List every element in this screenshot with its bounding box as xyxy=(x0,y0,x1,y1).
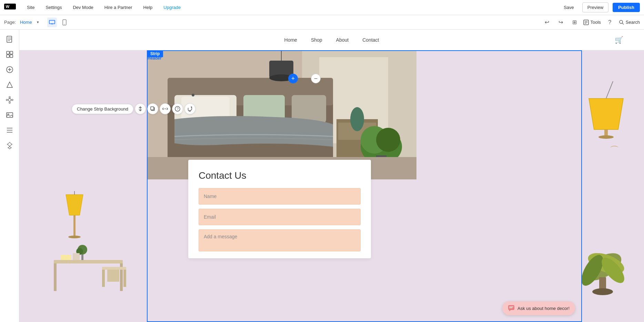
email-field[interactable]: Email xyxy=(199,209,361,225)
help-icon-btn[interactable]: ? xyxy=(605,18,615,27)
left-sidebar xyxy=(0,30,19,322)
cart-icon[interactable]: 🛒 xyxy=(615,36,623,44)
nav-contact[interactable]: Contact xyxy=(362,37,379,43)
search-button[interactable]: Search xyxy=(619,20,640,25)
svg-rect-20 xyxy=(10,55,13,58)
view-icons xyxy=(47,18,69,27)
svg-rect-47 xyxy=(123,270,126,287)
svg-rect-18 xyxy=(10,51,13,54)
sidebar-add-icon[interactable] xyxy=(3,63,17,76)
nav-devmode[interactable]: Dev Mode xyxy=(70,3,96,11)
remove-element-button[interactable]: − xyxy=(311,74,321,83)
publish-button[interactable]: Publish xyxy=(613,3,640,12)
svg-text:⌒: ⌒ xyxy=(610,145,619,156)
svg-point-11 xyxy=(620,20,623,23)
strip-arrange-icon[interactable] xyxy=(135,103,146,114)
sidebar-design-icon[interactable] xyxy=(3,78,17,92)
svg-point-24 xyxy=(8,98,11,101)
strip-help-icon[interactable]: ? xyxy=(172,103,183,114)
canvas-area: Home Shop About Contact 🛒 Strip Header +… xyxy=(19,30,644,322)
message-placeholder: Add a message xyxy=(204,234,237,239)
contact-form-title: Contact Us xyxy=(199,170,361,181)
save-button[interactable]: Save xyxy=(560,3,578,12)
svg-text:W: W xyxy=(6,4,10,9)
undo-button[interactable]: ↩ xyxy=(542,18,552,27)
nav-shop[interactable]: Shop xyxy=(311,37,322,43)
email-placeholder: Email xyxy=(204,214,216,220)
dashed-line-left xyxy=(147,50,148,322)
sidebar-apps-icon[interactable] xyxy=(3,93,17,107)
page-name-link[interactable]: Home xyxy=(20,20,32,25)
sidebar-menus-icon[interactable] xyxy=(3,123,17,137)
svg-point-57 xyxy=(598,135,614,139)
right-decorations: ⌒ xyxy=(544,71,641,322)
desk-left-icon xyxy=(47,232,143,301)
strip-link-icon[interactable] xyxy=(160,103,171,114)
svg-rect-19 xyxy=(7,55,9,58)
nav-help[interactable]: Help xyxy=(141,3,155,11)
lamp-right-icon: ⌒ xyxy=(578,81,641,167)
desktop-view-icon[interactable] xyxy=(47,18,57,27)
page-label: Page: xyxy=(4,20,16,25)
svg-rect-52 xyxy=(61,255,71,260)
nav-partner[interactable]: Hire a Partner xyxy=(102,3,135,11)
mobile-view-icon[interactable] xyxy=(60,18,69,27)
layout-button[interactable]: ⊞ xyxy=(570,18,579,27)
page-dropdown-icon[interactable]: ▾ xyxy=(37,20,39,24)
sidebar-media-icon[interactable] xyxy=(3,108,17,122)
nav-upgrade[interactable]: Upgrade xyxy=(161,3,183,11)
redo-button[interactable]: ↪ xyxy=(556,18,565,27)
tools-label: Tools xyxy=(590,20,601,25)
svg-rect-2 xyxy=(49,20,55,24)
svg-line-54 xyxy=(606,81,613,98)
contact-form: Contact Us Name Email Add a message xyxy=(188,160,371,258)
site-navigation: Home Shop About Contact 🛒 xyxy=(19,30,644,50)
strip-rotate-icon[interactable] xyxy=(184,103,195,114)
strip-toolbar: Change Strip Background ? xyxy=(72,103,195,114)
top-bar-right: Save Preview Publish xyxy=(560,2,640,12)
svg-rect-53 xyxy=(73,253,80,260)
preview-button[interactable]: Preview xyxy=(582,2,608,12)
sidebar-elements-icon[interactable] xyxy=(3,48,17,61)
svg-point-28 xyxy=(9,102,10,103)
message-field[interactable]: Add a message xyxy=(199,229,361,251)
chat-text: Ask us about home decor! xyxy=(517,306,570,311)
wix-logo: W xyxy=(4,3,16,12)
main-area: Home Shop About Contact 🛒 Strip Header +… xyxy=(0,30,644,322)
svg-rect-35 xyxy=(151,107,154,110)
svg-point-82 xyxy=(376,128,400,152)
nav-about[interactable]: About xyxy=(336,37,349,43)
chat-widget[interactable]: Ask us about home decor! xyxy=(502,301,575,315)
svg-point-26 xyxy=(12,99,13,101)
nav-home[interactable]: Home xyxy=(284,37,297,43)
svg-rect-43 xyxy=(54,263,57,291)
svg-rect-42 xyxy=(54,260,123,263)
sidebar-ai-icon[interactable] xyxy=(3,138,17,152)
top-bar: W Site Settings Dev Mode Hire a Partner … xyxy=(0,0,644,15)
second-bar-right: ↩ ↪ ⊞ Tools ? Search xyxy=(542,18,640,27)
svg-point-64 xyxy=(592,288,613,295)
name-placeholder: Name xyxy=(204,194,217,199)
nav-settings[interactable]: Settings xyxy=(43,3,64,11)
svg-rect-46 xyxy=(102,270,105,287)
svg-marker-38 xyxy=(66,195,83,215)
svg-line-12 xyxy=(622,23,624,24)
svg-text:?: ? xyxy=(177,107,179,111)
svg-point-6 xyxy=(64,24,65,24)
chat-icon xyxy=(508,305,515,312)
sidebar-pages-icon[interactable] xyxy=(3,32,17,46)
change-strip-background-button[interactable]: Change Strip Background xyxy=(72,104,133,114)
add-element-button[interactable]: + xyxy=(288,74,298,83)
svg-point-25 xyxy=(9,96,10,98)
svg-marker-55 xyxy=(589,98,623,129)
header-label: Header xyxy=(148,56,162,61)
second-bar: Page: Home ▾ ↩ ↪ ⊞ Tools ? Search xyxy=(0,15,644,30)
strip-copy-icon[interactable] xyxy=(147,103,158,114)
svg-rect-85 xyxy=(508,305,514,310)
svg-rect-29 xyxy=(7,113,13,117)
tools-button[interactable]: Tools xyxy=(583,20,601,25)
svg-point-76 xyxy=(350,107,364,131)
name-field[interactable]: Name xyxy=(199,188,361,205)
nav-site[interactable]: Site xyxy=(24,3,37,11)
svg-rect-45 xyxy=(102,267,126,270)
